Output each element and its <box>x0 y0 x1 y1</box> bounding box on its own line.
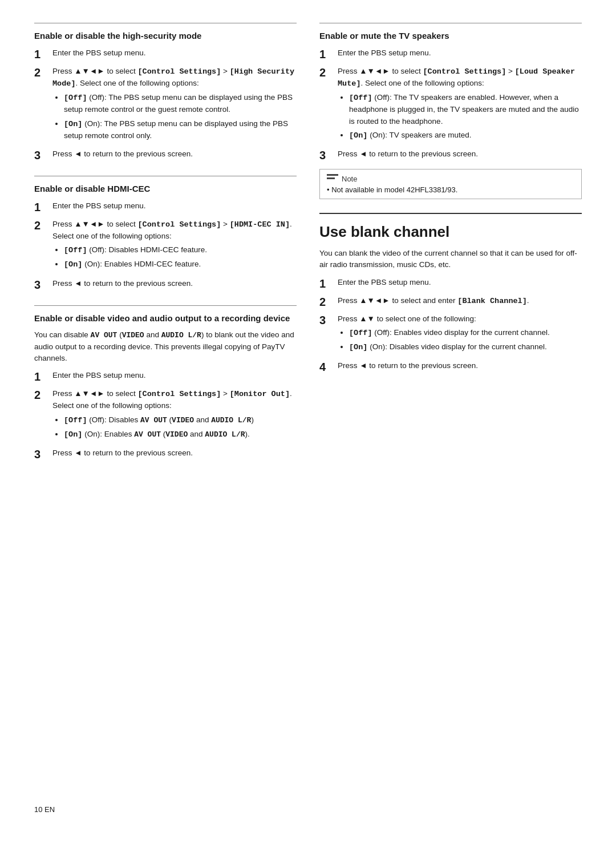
note-text: • Not available in model 42HFL3381/93. <box>327 185 574 194</box>
step-content: Press ▲▼◄► to select [Control Settings] … <box>338 66 582 144</box>
bullet-item: [Off] (Off): The PBS setup menu can be d… <box>64 92 297 116</box>
steps-mute-speakers: 1 Enter the PBS setup menu. 2 Press ▲▼◄►… <box>319 47 582 163</box>
steps-blank-channel: 1 Enter the PBS setup menu. 2 Press ▲▼◄►… <box>319 277 582 374</box>
bullet-item: [Off] (Off): Disables HDMI-CEC feature. <box>64 244 297 256</box>
bold-option: [HDMI-CEC IN] <box>230 220 290 229</box>
bullet-bold: [Off] <box>64 246 87 255</box>
bold-option: [Monitor Out] <box>230 390 290 398</box>
step-number: 4 <box>319 360 335 374</box>
step-item: 2 Press ▲▼◄► to select [Control Settings… <box>34 66 297 144</box>
step-item: 3 Press ◄ to return to the previous scre… <box>319 148 582 162</box>
step-number: 1 <box>319 277 335 290</box>
step-number: 2 <box>319 66 335 79</box>
bullet-bold: [On] <box>349 343 367 352</box>
section-divider <box>34 23 297 23</box>
step-item: 1 Enter the PBS setup menu. <box>34 47 297 61</box>
step-content: Enter the PBS setup menu. <box>52 200 297 212</box>
step-content: Enter the PBS setup menu. <box>52 47 297 59</box>
section-title-hdmi-cec: Enable or disable HDMI-CEC <box>34 183 297 195</box>
page-footer: 10 EN <box>34 805 582 814</box>
section-divider <box>34 176 297 176</box>
step-content: Press ▲▼ to select one of the following:… <box>338 313 582 356</box>
steps-video-audio: 1 Enter the PBS setup menu. 2 Press ▲▼◄►… <box>34 370 297 461</box>
bullet-text: (On): TV speakers are muted. <box>367 131 471 139</box>
bullet-text: (On): Disables video display for the cur… <box>367 342 546 351</box>
step-item: 3 Press ◄ to return to the previous scre… <box>34 447 297 461</box>
section-title-high-security: Enable or disable the high-security mode <box>34 30 297 42</box>
bullet-list: [Off] (Off): The TV speakers are enabled… <box>338 92 582 142</box>
step-item: 1 Enter the PBS setup menu. <box>34 200 297 214</box>
step-text: Enter the PBS setup menu. <box>52 49 146 57</box>
step-item: 4 Press ◄ to return to the previous scre… <box>319 360 582 374</box>
keyword: VIDEO <box>172 416 194 425</box>
bullet-bold: [On] <box>64 120 82 128</box>
keyword: AUDIO L/R <box>205 430 245 439</box>
step-number: 1 <box>34 47 50 61</box>
step-text: Enter the PBS setup menu. <box>52 371 146 379</box>
bold-option: [Control Settings] <box>137 220 221 229</box>
bullet-item: [Off] (Off): The TV speakers are enabled… <box>349 92 582 127</box>
bullet-bold: [Off] <box>64 94 87 102</box>
step-text: Press ◄ to return to the previous screen… <box>52 279 193 288</box>
step-text-after: > <box>221 220 229 228</box>
step-item: 3 Press ▲▼ to select one of the followin… <box>319 313 582 356</box>
step-text-before: Press ▲▼◄► to select <box>338 67 423 75</box>
step-text-after: > <box>221 389 229 398</box>
step-number: 2 <box>34 66 50 79</box>
step-text: Press ◄ to return to the previous screen… <box>52 150 193 158</box>
right-column: Enable or mute the TV speakers 1 Enter t… <box>319 23 582 788</box>
step-text-before: Press ▲▼◄► to select <box>52 220 137 228</box>
left-column: Enable or disable the high-security mode… <box>34 23 297 788</box>
section-blank-channel: Use blank channel You can blank the vide… <box>319 213 582 374</box>
keyword: AV OUT <box>91 331 117 340</box>
section-hdmi-cec: Enable or disable HDMI-CEC 1 Enter the P… <box>34 176 297 292</box>
step-number: 3 <box>319 148 335 162</box>
step-content: Press ◄ to return to the previous screen… <box>52 148 297 160</box>
step-text: Enter the PBS setup menu. <box>338 278 431 286</box>
bold-option: [Blank Channel] <box>457 297 527 305</box>
bullet-list: [Off] (Off): The PBS setup menu can be d… <box>52 92 297 142</box>
step-number: 3 <box>319 313 335 327</box>
note-icon <box>327 174 338 183</box>
bullet-text: (On): Enables AV OUT (VIDEO and AUDIO L/… <box>82 430 249 438</box>
step-text-before: Press ▲▼◄► to select <box>52 389 137 398</box>
bullet-bold: [Off] <box>349 94 372 102</box>
bullet-item: [Off] (Off): Disables AV OUT (VIDEO and … <box>64 414 297 426</box>
step-text: Enter the PBS setup menu. <box>338 49 431 57</box>
keyword: VIDEO <box>165 430 188 439</box>
section-video-audio: Enable or disable video and audio output… <box>34 305 297 462</box>
section-high-security: Enable or disable the high-security mode… <box>34 23 297 162</box>
bullet-text: (Off): Disables HDMI-CEC feature. <box>87 245 208 254</box>
keyword: AV OUT <box>134 430 161 439</box>
section-divider <box>319 23 582 23</box>
intro-text-video-audio: You can disable AV OUT (VIDEO and AUDIO … <box>34 329 297 364</box>
step-number: 3 <box>34 278 50 292</box>
bullet-bold: [Off] <box>349 329 372 337</box>
page: Enable or disable the high-security mode… <box>0 0 616 848</box>
bullet-text: (On): The PBS setup menu can be displaye… <box>64 119 288 140</box>
step-number: 2 <box>319 295 335 309</box>
note-label: Note <box>342 175 357 183</box>
bold-option: [Control Settings] <box>423 67 506 76</box>
step-content: Press ▲▼◄► to select [Control Settings] … <box>52 388 297 443</box>
bullet-item: [On] (On): Enables AV OUT (VIDEO and AUD… <box>64 429 297 441</box>
section-mute-speakers: Enable or mute the TV speakers 1 Enter t… <box>319 23 582 199</box>
step-content: Press ◄ to return to the previous screen… <box>52 278 297 289</box>
step-number: 1 <box>34 370 50 383</box>
step-number: 3 <box>34 447 50 461</box>
step-text-end: . Select one of the following options: <box>361 79 484 87</box>
bullet-bold: [Off] <box>64 416 87 425</box>
step-text-after: > <box>506 67 514 75</box>
note-header: Note <box>327 174 574 183</box>
step-item: 2 Press ▲▼◄► to select and enter [Blank … <box>319 295 582 309</box>
bullet-text: (On): Enables HDMI-CEC feature. <box>82 260 201 268</box>
bold-option: [Control Settings] <box>137 67 221 76</box>
bullet-text: (Off): The PBS setup menu can be display… <box>64 93 293 114</box>
step-item: 3 Press ◄ to return to the previous scre… <box>34 278 297 292</box>
step-item: 2 Press ▲▼◄► to select [Control Settings… <box>319 66 582 144</box>
step-number: 2 <box>34 219 50 232</box>
bullet-list: [Off] (Off): Enables video display for t… <box>338 327 582 354</box>
bullet-item: [On] (On): Disables video display for th… <box>349 341 582 353</box>
step-number: 3 <box>34 148 50 162</box>
step-text: Press ◄ to return to the previous screen… <box>338 361 478 370</box>
